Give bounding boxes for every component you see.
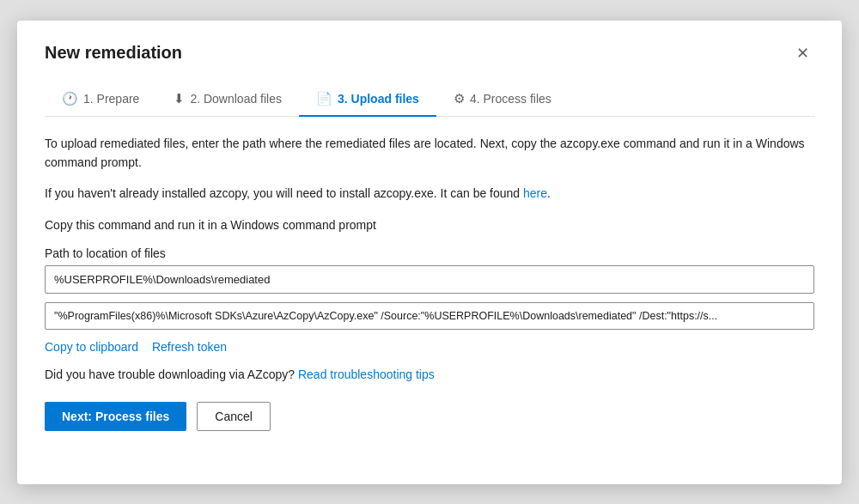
tabs-container: 🕐 1. Prepare ⬇ 2. Download files 📄 3. Up…: [45, 82, 814, 117]
path-input[interactable]: [45, 265, 814, 294]
dialog-footer: Next: Process files Cancel: [45, 402, 814, 431]
description-3: Copy this command and run it in a Window…: [45, 216, 814, 234]
dialog-title: New remediation: [45, 43, 182, 63]
refresh-token-button[interactable]: Refresh token: [152, 340, 227, 354]
close-button[interactable]: ✕: [790, 41, 814, 65]
troubleshoot-row: Did you have trouble downloading via AZc…: [45, 367, 814, 381]
upload-icon: 📄: [316, 91, 332, 106]
dialog-header: New remediation ✕: [45, 41, 814, 65]
command-display: "%ProgramFiles(x86)%\Microsoft SDKs\Azur…: [45, 302, 814, 330]
tab-upload-label: 3. Upload files: [338, 92, 419, 106]
action-links: Copy to clipboard Refresh token: [45, 340, 814, 354]
prepare-icon: 🕐: [62, 91, 78, 106]
description-2-prefix: If you haven't already installed azcopy,…: [45, 186, 523, 200]
tab-download[interactable]: ⬇ 2. Download files: [156, 82, 299, 117]
tab-download-label: 2. Download files: [190, 92, 282, 106]
next-process-files-button[interactable]: Next: Process files: [45, 402, 186, 431]
tab-process[interactable]: ⚙ 4. Process files: [436, 82, 569, 117]
tab-process-label: 4. Process files: [470, 92, 551, 106]
tab-upload[interactable]: 📄 3. Upload files: [299, 82, 436, 117]
troubleshoot-prefix: Did you have trouble downloading via AZc…: [45, 367, 298, 381]
process-icon: ⚙: [454, 91, 465, 106]
tab-prepare[interactable]: 🕐 1. Prepare: [45, 82, 156, 117]
description-2: If you haven't already installed azcopy,…: [45, 184, 814, 203]
new-remediation-dialog: New remediation ✕ 🕐 1. Prepare ⬇ 2. Down…: [17, 21, 842, 484]
troubleshoot-link[interactable]: Read troubleshooting tips: [298, 367, 435, 381]
copy-clipboard-button[interactable]: Copy to clipboard: [45, 340, 138, 354]
main-content: To upload remediated files, enter the pa…: [45, 134, 814, 382]
download-icon: ⬇: [174, 91, 185, 106]
description-2-suffix: .: [547, 186, 551, 200]
tab-prepare-label: 1. Prepare: [83, 92, 139, 106]
azcopy-link[interactable]: here: [523, 186, 547, 200]
path-field-label: Path to location of files: [45, 246, 814, 260]
cancel-button[interactable]: Cancel: [197, 402, 271, 431]
description-1: To upload remediated files, enter the pa…: [45, 134, 814, 173]
